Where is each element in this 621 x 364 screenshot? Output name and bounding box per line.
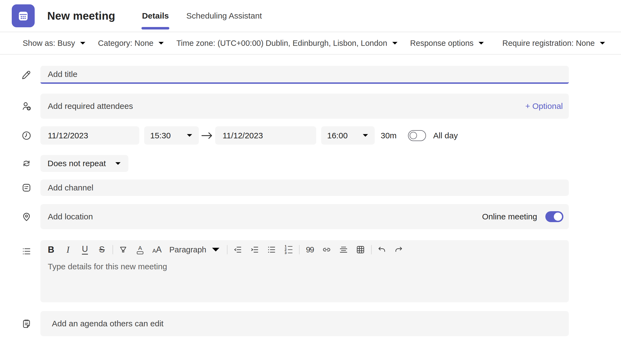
toggle-knob [410,132,417,139]
font-size-button[interactable]: A A [151,243,163,256]
repeat-dropdown[interactable]: Does not repeat [40,155,128,172]
page-title: New meeting [47,10,115,22]
details-editor-row: B I U S A A A [0,240,621,302]
agenda-placeholder: Add an agenda others can edit [40,319,164,328]
table-button[interactable] [354,243,367,256]
tab-bar: Details Scheduling Assistant [133,0,271,32]
chevron-down-icon [362,133,369,138]
strikethrough-button[interactable]: S [96,243,108,256]
start-date-input[interactable]: 11/12/2023 [40,126,139,145]
category-dropdown[interactable]: Category: None [98,39,164,48]
chevron-down-icon [115,162,121,166]
align-button[interactable] [337,243,350,256]
toolbar-divider [227,245,227,254]
duration-label: 30m [381,131,397,140]
indent-button[interactable] [248,243,261,256]
quote-button[interactable]: 99 [303,243,316,256]
highlighter-button[interactable] [117,243,129,256]
clock-icon [21,130,40,141]
chevron-down-icon [478,41,484,45]
title-placeholder: Add title [40,70,77,79]
start-time-dropdown[interactable]: 15:30 [144,126,199,145]
arrow-right-icon [199,132,215,140]
end-date-input[interactable]: 11/12/2023 [215,126,316,145]
end-time-dropdown[interactable]: 16:00 [321,126,375,145]
required-attendees-input[interactable]: Add required attendees + Optional [40,94,569,119]
online-meeting-control: Online meeting [482,211,569,222]
location-input[interactable]: Add location Online meeting [40,204,569,229]
numbered-list-button[interactable]: 1 2 3 [282,243,295,256]
meeting-details-editor[interactable]: B I U S A A A [40,240,569,302]
agenda-notepad-icon [21,318,40,329]
calendar-app-icon [12,4,35,27]
outdent-button[interactable] [231,243,244,256]
tab-details[interactable]: Details [133,0,178,32]
all-day-toggle[interactable] [408,130,426,141]
agenda-button[interactable]: Add an agenda others can edit [40,311,569,336]
repeat-row: Does not repeat [0,155,621,172]
location-placeholder: Add location [40,212,93,221]
online-meeting-label: Online meeting [482,212,537,221]
bullet-list-button[interactable] [265,243,278,256]
toolbar-divider [113,245,113,254]
location-pin-icon [21,211,40,222]
person-add-icon [21,101,40,111]
redo-button[interactable] [392,243,405,256]
chevron-down-icon [79,41,86,45]
channel-icon [21,183,40,193]
paragraph-style-dropdown[interactable]: Paragraph [168,243,222,256]
response-options-dropdown[interactable]: Response options [410,39,484,48]
channel-placeholder: Add channel [40,183,93,192]
add-optional-attendees-button[interactable]: + Optional [525,102,569,111]
title-input[interactable]: Add title [40,66,569,84]
toolbar-divider [299,245,300,254]
chevron-down-icon [186,133,193,138]
italic-button[interactable]: I [62,243,74,256]
online-meeting-toggle[interactable] [545,211,563,222]
title-row: Add title [0,66,621,84]
details-list-icon [21,246,40,256]
toolbar-divider [371,245,372,254]
all-day-label: All day [433,131,458,140]
agenda-row: Add an agenda others can edit [0,311,621,336]
attendees-placeholder: Add required attendees [40,102,133,111]
channel-input[interactable]: Add channel [40,180,569,196]
font-color-button[interactable]: A [134,243,146,256]
channel-row: Add channel [0,180,621,196]
editor-toolbar: B I U S A A A [40,240,569,256]
chevron-down-icon [599,41,606,45]
meeting-options-bar: Show as: Busy Category: None Time zone: … [0,32,621,55]
link-button[interactable] [320,243,333,256]
undo-button[interactable] [375,243,388,256]
datetime-row: 11/12/2023 15:30 11/12/2023 16:00 30m Al… [0,126,621,145]
pencil-icon [21,70,40,80]
chevron-down-icon [158,41,164,45]
show-as-dropdown[interactable]: Show as: Busy [23,39,86,48]
chevron-down-icon [392,41,398,45]
repeat-icon [21,158,40,169]
underline-button[interactable]: U [79,243,91,256]
time-zone-dropdown[interactable]: Time zone: (UTC+00:00) Dublin, Edinburgh… [176,39,398,48]
tab-scheduling-assistant[interactable]: Scheduling Assistant [178,0,271,32]
meeting-header: New meeting Details Scheduling Assistant [0,0,621,32]
chevron-down-icon [211,245,220,254]
bold-button[interactable]: B [45,243,57,256]
toggle-knob [554,213,562,221]
details-placeholder: Type details for this new meeting [40,256,569,271]
require-registration-dropdown[interactable]: Require registration: None [502,39,606,48]
attendees-row: Add required attendees + Optional [0,94,621,119]
location-row: Add location Online meeting [0,204,621,229]
